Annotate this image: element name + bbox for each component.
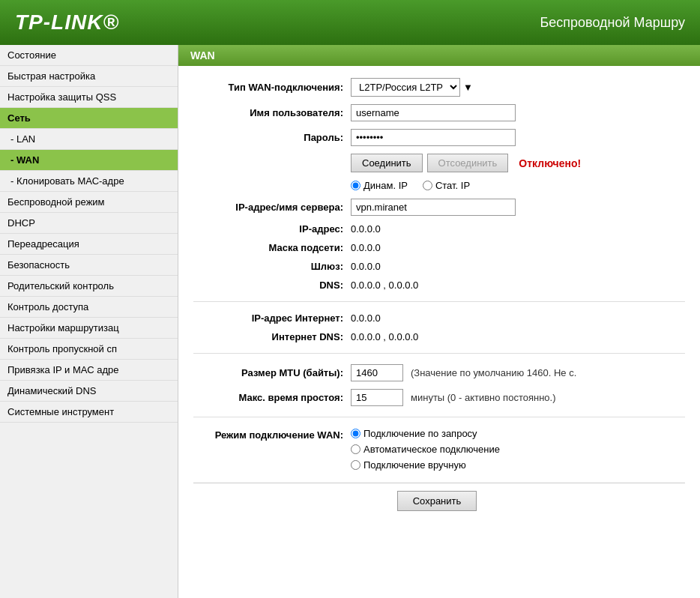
status-text: Отключено! [519,157,581,169]
static-ip-option[interactable]: Стат. IP [423,180,470,191]
wan-mode-option-2[interactable]: Подключение вручную [351,459,500,471]
wan-mode-row: Режим подключение WAN: Подключение по за… [193,428,685,471]
password-row: Пароль: [193,129,685,146]
wan-mode-option-0[interactable]: Подключение по запросу [351,428,500,439]
sidebar-item-parental[interactable]: Родительский контроль [0,276,178,297]
subnet-row: Маска подсети: 0.0.0.0 [193,242,685,253]
wan-type-arrow: ▼ [463,82,473,93]
sidebar-item-wireless[interactable]: Беспроводной режим [0,192,178,213]
divider-2 [193,353,685,354]
wan-mode-radio-1[interactable] [351,444,360,454]
dns-label: DNS: [193,280,343,291]
wan-mode-label: Режим подключение WAN: [193,428,343,441]
idle-row: Макс. время простоя: минуты (0 - активно… [193,389,685,406]
sidebar-item-qss[interactable]: Настройка защиты QSS [0,87,178,108]
ip-label: IP-адрес: [193,223,343,235]
content-body: Тип WAN-подключения: L2TP/Россия L2TP ▼ … [178,66,700,531]
password-label: Пароль: [193,132,343,143]
connect-row: Соединить Отсоединить Отключено! [193,154,685,172]
ip-value: 0.0.0.0 [351,223,381,235]
static-ip-label: Стат. IP [435,180,470,191]
username-label: Имя пользователя: [193,107,343,118]
disconnect-button[interactable]: Отсоединить [427,154,509,172]
static-ip-radio[interactable] [423,181,432,190]
idle-label: Макс. время простоя: [193,392,343,403]
inet-dns-value: 0.0.0.0 , 0.0.0.0 [351,331,418,342]
wan-mode-group: Подключение по запросу Автоматическое по… [351,428,500,471]
inet-ip-value: 0.0.0.0 [351,312,381,324]
save-row: Сохранить [193,483,685,519]
wan-mode-label-2: Подключение вручную [363,459,466,471]
content-area: WAN Тип WAN-подключения: L2TP/Россия L2T… [178,45,700,598]
sidebar-item-status[interactable]: Состояние [0,45,178,66]
sidebar-item-quick-setup[interactable]: Быстрая настройка [0,66,178,87]
mtu-hint: (Значение по умолчанию 1460. Не с. [411,367,576,378]
section-title: WAN [178,45,700,66]
gateway-value: 0.0.0.0 [351,261,381,272]
username-row: Имя пользователя: [193,104,685,121]
server-input[interactable] [351,199,516,216]
save-button[interactable]: Сохранить [397,491,477,511]
wan-type-select[interactable]: L2TP/Россия L2TP [351,78,460,97]
dynamic-ip-radio[interactable] [351,181,360,190]
sidebar-item-lan[interactable]: - LAN [0,129,178,150]
mtu-input[interactable] [351,364,403,381]
wan-mode-label-0: Подключение по запросу [363,428,477,439]
sidebar-item-ddns[interactable]: Динамический DNS [0,381,178,402]
dns-row: DNS: 0.0.0.0 , 0.0.0.0 [193,280,685,291]
inet-ip-row: IP-адрес Интернет: 0.0.0.0 [193,312,685,324]
gateway-label: Шлюз: [193,261,343,272]
sidebar-item-access-control[interactable]: Контроль доступа [0,297,178,318]
main-container: Состояние Быстрая настройка Настройка за… [0,45,700,598]
wan-mode-option-1[interactable]: Автоматическое подключение [351,444,500,455]
sidebar: Состояние Быстрая настройка Настройка за… [0,45,178,598]
subnet-value: 0.0.0.0 [351,242,381,253]
sidebar-item-network[interactable]: Сеть [0,108,178,129]
mtu-label: Размер MTU (байты): [193,367,343,378]
mtu-row: Размер MTU (байты): (Значение по умолчан… [193,364,685,381]
sidebar-item-bandwidth[interactable]: Контроль пропускной сп [0,339,178,360]
password-input[interactable] [351,129,516,146]
sidebar-item-tools[interactable]: Системные инструмент [0,402,178,423]
header-title: Беспроводной Маршру [540,15,685,31]
dns-value: 0.0.0.0 , 0.0.0.0 [351,280,418,291]
wan-mode-radio-2[interactable] [351,460,360,470]
inet-dns-row: Интернет DNS: 0.0.0.0 , 0.0.0.0 [193,331,685,342]
divider-1 [193,301,685,302]
sidebar-item-security[interactable]: Безопасность [0,255,178,276]
sidebar-item-mac-clone[interactable]: - Клонировать МАС-адре [0,171,178,192]
ip-mode-row: Динам. IP Стат. IP [351,180,685,191]
idle-hint: минуты (0 - активно постоянно.) [411,392,555,403]
server-label: IP-адрес/имя сервера: [193,202,343,213]
dynamic-ip-label: Динам. IP [363,180,408,191]
wan-mode-label-1: Автоматическое подключение [363,444,500,455]
sidebar-item-ip-mac[interactable]: Привязка IP и МАС адре [0,360,178,381]
ip-row: IP-адрес: 0.0.0.0 [193,223,685,235]
wan-type-label: Тип WAN-подключения: [193,82,343,93]
sidebar-item-routing[interactable]: Настройки маршрутизац [0,318,178,339]
header: TP-LINK® Беспроводной Маршру [0,0,700,45]
username-input[interactable] [351,104,516,121]
wan-type-row: Тип WAN-подключения: L2TP/Россия L2TP ▼ [193,78,685,97]
connect-button[interactable]: Соединить [351,154,423,172]
dynamic-ip-option[interactable]: Динам. IP [351,180,408,191]
sidebar-item-wan[interactable]: - WAN [0,150,178,171]
sidebar-item-forwarding[interactable]: Переадресация [0,234,178,255]
wan-mode-radio-0[interactable] [351,429,360,438]
inet-ip-label: IP-адрес Интернет: [193,312,343,324]
sidebar-item-dhcp[interactable]: DHCP [0,213,178,234]
logo: TP-LINK® [15,10,119,34]
subnet-label: Маска подсети: [193,242,343,253]
divider-3 [193,417,685,417]
server-row: IP-адрес/имя сервера: [193,199,685,216]
gateway-row: Шлюз: 0.0.0.0 [193,261,685,272]
inet-dns-label: Интернет DNS: [193,331,343,342]
idle-input[interactable] [351,389,403,406]
